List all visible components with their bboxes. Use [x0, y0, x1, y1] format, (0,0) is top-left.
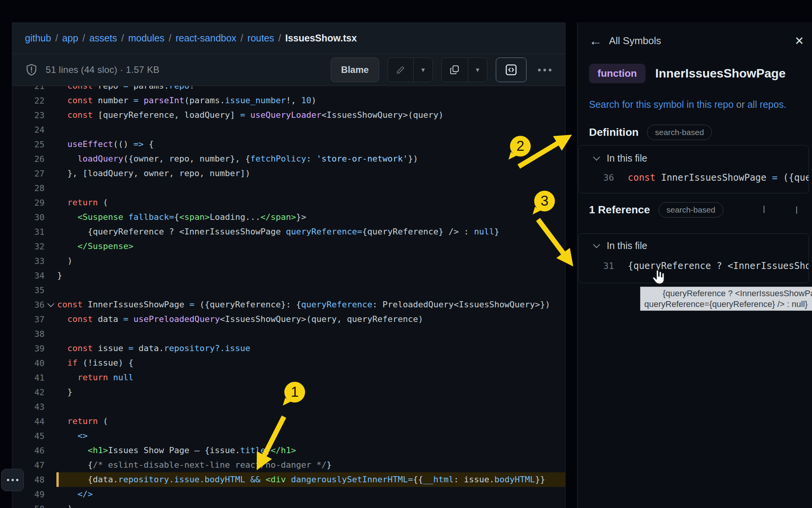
copy-dropdown-button[interactable]: ▾ [468, 58, 487, 82]
code-line-44: 44 return ( [12, 414, 565, 429]
breadcrumb-current-file: IssuesShow.tsx [285, 33, 357, 43]
edit-button[interactable] [388, 58, 413, 82]
edit-dropdown-button[interactable]: ▾ [413, 58, 432, 82]
line-number[interactable]: 23 [12, 111, 45, 120]
ellipsis-icon [7, 479, 9, 481]
breadcrumb-link-assets[interactable]: assets [89, 33, 117, 43]
breadcrumb-separator: / [278, 33, 281, 43]
breadcrumb: github/app/assets/modules/react-sandbox/… [12, 22, 565, 54]
breadcrumb-separator: / [241, 33, 243, 43]
breadcrumb-link-react-sandbox[interactable]: react-sandbox [175, 33, 236, 43]
reference-search-based-badge: search-based [659, 202, 723, 218]
line-number[interactable]: 37 [12, 315, 45, 324]
code-editor[interactable]: 21 const repo = params.repo!22 const num… [12, 86, 565, 508]
code-line-50: 50 ) [12, 501, 565, 508]
code-line-39: 39 const issue = data.repository?.issue [12, 341, 565, 356]
line-number[interactable]: 31 [12, 227, 45, 237]
file-info-bar: 51 lines (44 sloc) · 1.57 KB Blame ▾ [12, 54, 565, 86]
or-text: or [734, 99, 748, 110]
collapse-toggle[interactable] [45, 303, 57, 306]
code-line-47: 47 {/* eslint-disable-next-line react/no… [12, 458, 565, 472]
line-number[interactable]: 27 [12, 169, 45, 178]
symbols-panel-header: ← All Symbols × [589, 30, 804, 51]
more-options-button[interactable] [535, 69, 555, 71]
line-number[interactable]: 32 [12, 242, 45, 251]
next-reference-button[interactable] [796, 206, 797, 213]
line-number[interactable]: 26 [12, 154, 45, 164]
breadcrumb-link-modules[interactable]: modules [128, 33, 165, 43]
annotation-badge-1: 1 [284, 382, 305, 402]
symbol-title-row: function InnerIssuesShowPage [589, 61, 786, 86]
line-number[interactable]: 28 [12, 183, 45, 193]
line-number[interactable]: 36 [12, 300, 45, 310]
code-line-40: 40 if (!issue) { [12, 356, 565, 370]
line-number[interactable]: 44 [12, 417, 45, 426]
preview-code: const InnerIssuesShowPage = ({query [628, 172, 809, 183]
line-number[interactable]: 46 [12, 446, 45, 455]
breadcrumb-separator: / [168, 33, 171, 43]
line-number[interactable]: 43 [12, 402, 45, 412]
definition-header: Definition search-based [589, 124, 712, 141]
code-line-41: 41 return null [12, 370, 565, 385]
all-symbols-label[interactable]: All Symbols [609, 35, 661, 47]
line-number[interactable]: 39 [12, 344, 45, 353]
chevron-down-icon [593, 241, 600, 248]
line-actions-button[interactable] [1, 469, 24, 491]
line-number[interactable]: 38 [12, 329, 45, 339]
code-view-button[interactable] [496, 58, 526, 82]
blame-button[interactable]: Blame [331, 58, 379, 82]
copy-icon [449, 64, 460, 75]
edit-button-group: ▾ [388, 58, 433, 82]
preview-line-number: 36 [579, 173, 614, 183]
code-line-46: 46 <h1>Issues Show Page — {issue.title}<… [12, 443, 565, 458]
line-number[interactable]: 50 [12, 504, 45, 508]
line-number[interactable]: 29 [12, 198, 45, 208]
line-number[interactable]: 22 [12, 96, 45, 106]
previous-reference-button[interactable] [764, 206, 764, 213]
line-number[interactable]: 42 [12, 388, 45, 397]
pencil-icon [396, 65, 406, 75]
symbol-name: InnerIssuesShowPage [655, 66, 786, 81]
line-number[interactable]: 45 [12, 431, 45, 441]
line-number[interactable]: 35 [12, 285, 45, 295]
in-this-file-label: In this file [607, 240, 647, 251]
breadcrumb-link-routes[interactable]: routes [248, 33, 274, 43]
breadcrumb-link-github[interactable]: github [25, 33, 51, 43]
code-line-33: 33 ) [12, 254, 565, 268]
collapse-chevron-icon [47, 300, 54, 307]
ellipsis-icon [16, 479, 18, 481]
reference-result-line-31[interactable]: 31{queryReference ? <InnerIssuesShowF [579, 258, 809, 274]
line-number[interactable]: 30 [12, 213, 45, 222]
code-line-25: 25 useEffect(() => { [12, 137, 565, 152]
definition-result-line-36[interactable]: 36const InnerIssuesShowPage = ({query [579, 170, 809, 185]
in-this-file-label: In this file [607, 153, 647, 164]
references-in-this-file-toggle[interactable]: In this file [594, 239, 647, 252]
line-number[interactable]: 24 [12, 125, 45, 135]
code-line-38: 38 [12, 327, 565, 341]
kebab-icon [543, 69, 546, 71]
copy-button[interactable] [442, 58, 468, 82]
close-icon[interactable]: × [795, 33, 804, 48]
line-number[interactable]: 40 [12, 358, 45, 368]
definition-in-this-file-toggle[interactable]: In this file [594, 152, 647, 165]
code-line-26: 26 loadQuery({owner, repo, number}, {fet… [12, 152, 565, 166]
chevron-down-icon: ▾ [421, 66, 425, 74]
code-line-24: 24 [12, 122, 565, 137]
line-number[interactable]: 21 [12, 86, 45, 91]
breadcrumb-separator: / [55, 33, 58, 43]
search-repo-link[interactable]: Search for this symbol in this repo [589, 99, 734, 110]
line-number[interactable]: 41 [12, 373, 45, 383]
definition-search-based-badge: search-based [647, 125, 712, 140]
search-all-repos-link[interactable]: all repos. [748, 99, 786, 110]
chevron-up-icon [764, 206, 764, 213]
breadcrumb-link-app[interactable]: app [62, 33, 78, 43]
chevron-down-icon: ▾ [476, 66, 479, 74]
line-number[interactable]: 34 [12, 271, 45, 280]
code-line-32: 32 </Suspense> [12, 239, 565, 254]
code-line-48: 48 {data.repository.issue.bodyHTML && <d… [12, 472, 565, 487]
pointer-cursor-icon [650, 269, 667, 285]
back-arrow-icon[interactable]: ← [589, 34, 602, 47]
line-number[interactable]: 25 [12, 140, 45, 149]
line-number[interactable]: 47 [12, 460, 45, 470]
line-number[interactable]: 33 [12, 256, 45, 266]
